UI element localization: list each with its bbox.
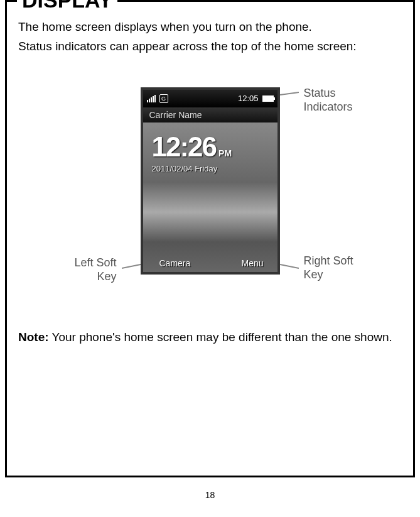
- clock-time: 12:26: [152, 131, 217, 163]
- figure: Left Soft Key G 12:05: [18, 87, 402, 284]
- wallpaper: 12:26 PM 2011/02/04 Friday Camera Menu: [143, 122, 277, 272]
- data-icon: G: [159, 94, 168, 103]
- intro-line-2: Status indicators can appear across the …: [18, 37, 402, 55]
- carrier-name: Carrier Name: [143, 107, 277, 122]
- svg-line-0: [122, 264, 141, 268]
- left-soft-key-label: Left Soft Key: [46, 256, 117, 284]
- note-text: Note: Your phone's home screen may be di…: [18, 328, 402, 346]
- date-line: 2011/02/04 Friday: [152, 164, 271, 173]
- connector-line-left: [122, 87, 141, 276]
- clock-ampm: PM: [218, 148, 232, 158]
- page-title: DISPLAY: [17, 0, 117, 13]
- svg-line-1: [280, 92, 299, 95]
- svg-line-2: [280, 264, 299, 268]
- connector-lines-right: [280, 87, 299, 276]
- status-indicators-label: Status Indicators: [304, 86, 374, 114]
- signal-icon: [147, 95, 156, 102]
- phone-screen: G 12:05 Carrier Name 12:26 PM 2011/02/04…: [141, 87, 280, 275]
- soft-key-right: Menu: [241, 258, 263, 268]
- page-number: 18: [0, 490, 420, 500]
- intro-line-1: The home screen displays when you turn o…: [18, 18, 402, 36]
- status-bar: G 12:05: [143, 90, 277, 107]
- battery-icon: [262, 95, 274, 102]
- soft-key-left: Camera: [159, 258, 191, 268]
- status-time: 12:05: [238, 94, 259, 103]
- right-soft-key-label: Right Soft Key: [304, 254, 374, 282]
